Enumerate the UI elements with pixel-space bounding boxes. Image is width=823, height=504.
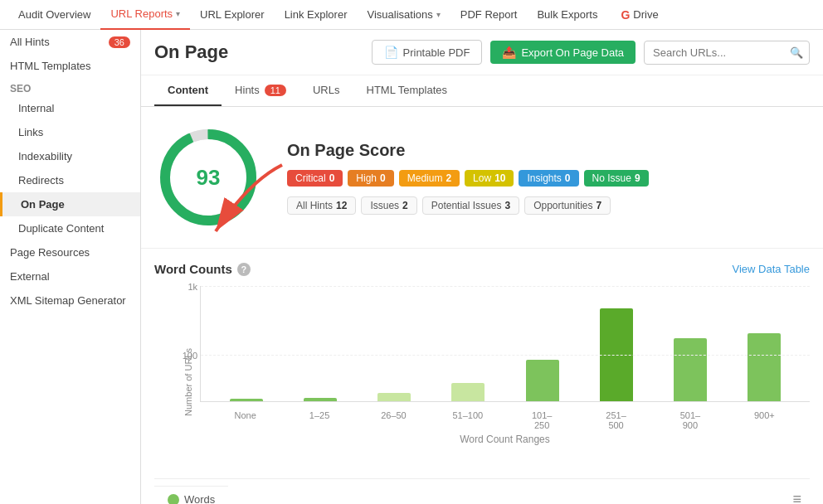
sidebar-item-all-hints[interactable]: All Hints 36 [0, 30, 140, 54]
bar-none [230, 399, 263, 401]
chart-bars [201, 286, 810, 401]
sidebar-item-page-resources[interactable]: Page Resources [0, 240, 140, 264]
score-value: 93 [197, 165, 221, 191]
export-icon: 📤 [502, 46, 516, 59]
nav-pdf-report[interactable]: PDF Report [450, 0, 528, 30]
bar-chart: Number of URLs 1k 100 [154, 286, 810, 478]
bar [451, 383, 485, 401]
gridline-top: 1k [201, 286, 810, 287]
nav-link-explorer[interactable]: Link Explorer [275, 0, 358, 30]
google-icon: G [621, 0, 630, 30]
sidebar-item-indexability[interactable]: Indexability [0, 144, 140, 168]
bar [304, 398, 337, 401]
export-button[interactable]: 📤 Export On Page Data [490, 41, 636, 64]
sidebar-item-internal[interactable]: Internal [0, 96, 140, 120]
x-axis-title: Word Count Ranges [200, 434, 810, 445]
chevron-down-icon: ▾ [176, 0, 180, 29]
score-section: 93 On Page Score Critical 0 High 0 Mediu… [141, 107, 823, 249]
chart-area: 1k 100 [200, 286, 810, 402]
search-input[interactable] [644, 41, 810, 65]
chart-legend: Words [154, 486, 228, 504]
sidebar-item-duplicate-content[interactable]: Duplicate Content [0, 216, 140, 240]
top-navigation: Audit Overview URL Reports ▾ URL Explore… [0, 0, 823, 30]
score-info: On Page Score Critical 0 High 0 Medium 2 [287, 141, 810, 215]
nav-url-explorer[interactable]: URL Explorer [190, 0, 275, 30]
sidebar-item-xml-sitemap[interactable]: XML Sitemap Generator [0, 288, 140, 313]
view-data-table-link[interactable]: View Data Table [733, 263, 810, 275]
section-header: Word Counts ? View Data Table [154, 262, 810, 276]
badge-medium[interactable]: Medium 2 [399, 170, 460, 187]
bar [526, 360, 559, 401]
bar [230, 399, 263, 401]
sidebar-item-on-page[interactable]: On Page [0, 192, 140, 216]
tab-hints[interactable]: Hints 11 [222, 75, 299, 106]
badge-low[interactable]: Low 10 [465, 170, 514, 187]
page-title: On Page [154, 41, 363, 63]
bar-51-100 [451, 383, 485, 401]
tab-html-templates[interactable]: HTML Templates [353, 75, 461, 106]
nav-bulk-exports[interactable]: Bulk Exports [527, 0, 607, 30]
badge-insights[interactable]: Insights 0 [519, 170, 578, 187]
chart-menu-icon[interactable]: ≡ [792, 491, 810, 505]
search-icon[interactable]: 🔍 [790, 46, 803, 59]
printable-pdf-button[interactable]: 📄 Printable PDF [372, 40, 483, 65]
bar-900plus [748, 333, 781, 401]
filter-opportunities[interactable]: Opportunities 7 [524, 196, 611, 215]
filter-issues[interactable]: Issues 2 [361, 196, 416, 215]
section-title: Word Counts ? [154, 262, 251, 276]
filter-badges: All Hints 12 Issues 2 Potential Issues 3… [287, 196, 810, 215]
bar-101-250 [526, 360, 559, 401]
filter-potential-issues[interactable]: Potential Issues 3 [422, 196, 519, 215]
score-title: On Page Score [287, 141, 810, 160]
main-layout: All Hints 36 HTML Templates SEO Internal… [0, 30, 823, 504]
x-axis-labels: None 1–25 26–50 51–100 101–250 251–500 5… [200, 407, 810, 430]
help-icon[interactable]: ? [237, 263, 251, 276]
sidebar: All Hints 36 HTML Templates SEO Internal… [0, 30, 141, 504]
word-counts-section: Word Counts ? View Data Table Number of … [141, 249, 823, 504]
nav-visualisations[interactable]: Visualisations ▾ [358, 0, 450, 30]
chart-legend-row: Words ≡ [154, 478, 810, 504]
badge-no-issue[interactable]: No Issue 9 [584, 170, 649, 187]
search-wrapper: 🔍 [644, 41, 810, 65]
bar-501-900 [674, 338, 707, 401]
nav-url-reports[interactable]: URL Reports ▾ [100, 0, 190, 30]
chevron-down-icon: ▾ [436, 0, 441, 30]
sidebar-item-redirects[interactable]: Redirects [0, 168, 140, 192]
sidebar-group-seo: SEO [0, 78, 140, 96]
page-header: On Page 📄 Printable PDF 📤 Export On Page… [141, 30, 823, 75]
score-donut: 93 [154, 124, 262, 231]
bar [748, 333, 781, 401]
badge-high[interactable]: High 0 [348, 170, 393, 187]
nav-drive[interactable]: G Drive [611, 0, 668, 30]
filter-all-hints[interactable]: All Hints 12 [287, 196, 356, 215]
tab-bar: Content Hints 11 URLs HTML Templates [141, 75, 823, 107]
nav-audit-overview[interactable]: Audit Overview [8, 0, 100, 30]
main-content: On Page 📄 Printable PDF 📤 Export On Page… [141, 30, 823, 504]
sidebar-item-html-templates[interactable]: HTML Templates [0, 54, 140, 78]
sidebar-item-external[interactable]: External [0, 264, 140, 288]
badge-critical[interactable]: Critical 0 [287, 170, 343, 187]
tab-content[interactable]: Content [154, 75, 222, 106]
tab-urls[interactable]: URLs [299, 75, 353, 106]
file-icon: 📄 [384, 46, 398, 59]
score-badges: Critical 0 High 0 Medium 2 Low 10 [287, 170, 810, 187]
bar [377, 393, 411, 401]
legend-dot [168, 494, 179, 505]
gridline-mid: 100 [201, 355, 810, 356]
bar [674, 338, 707, 401]
bar-1-25 [304, 398, 337, 401]
sidebar-item-links[interactable]: Links [0, 120, 140, 144]
bar-26-50 [377, 393, 411, 401]
